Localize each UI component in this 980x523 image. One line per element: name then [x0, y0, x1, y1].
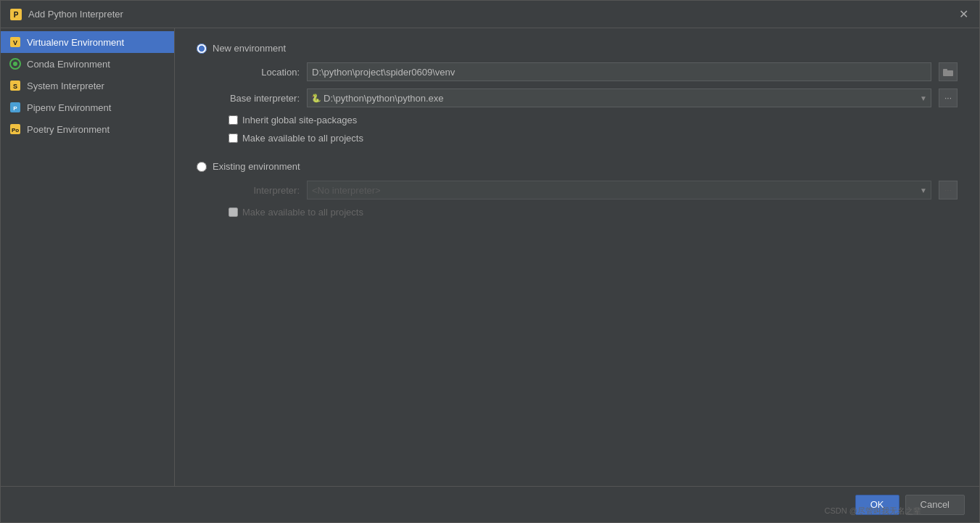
location-label: Location: [213, 67, 300, 78]
ellipsis-icon: ··· [944, 93, 952, 103]
interpreter-row: Interpreter: <No interpreter> ▼ ··· [213, 181, 958, 199]
sidebar-label-system: System Interpreter [27, 81, 104, 91]
poetry-icon: Po [9, 123, 21, 135]
new-env-header: New environment [197, 43, 958, 54]
make-available-new-label: Make available to all projects [242, 133, 363, 144]
add-python-interpreter-dialog: P Add Python Interpreter ✕ V Virtualenv … [0, 0, 980, 523]
base-interpreter-row: Base interpreter: 🐍 D:\python\python\pyt… [213, 88, 958, 107]
sidebar-label-virtualenv: Virtualenv Environment [27, 37, 124, 48]
make-available-existing-checkbox[interactable] [228, 207, 238, 217]
sidebar-item-pipenv[interactable]: P Pipenv Environment [1, 96, 174, 118]
sidebar-item-poetry[interactable]: Po Poetry Environment [1, 118, 174, 140]
make-available-existing-label: Make available to all projects [242, 207, 363, 218]
inherit-label: Inherit global site-packages [242, 115, 357, 125]
svg-text:Po: Po [12, 127, 19, 133]
new-env-form: Location: Base interpreter: [213, 62, 958, 144]
virtualenv-icon: V [9, 36, 21, 48]
existing-env-header: Existing environment [197, 161, 958, 172]
base-interpreter-label: Base interpreter: [213, 93, 300, 104]
titlebar: P Add Python Interpreter ✕ [1, 1, 979, 28]
sidebar-item-conda[interactable]: Conda Environment [1, 53, 174, 75]
watermark: CSDN @尽管叫我无名之辈 [825, 506, 921, 516]
close-button[interactable]: ✕ [956, 7, 971, 22]
interpreter-select[interactable]: <No interpreter> [307, 181, 931, 199]
dialog-title: Add Python Interpreter [28, 9, 956, 20]
existing-env-label: Existing environment [213, 161, 300, 172]
sidebar-item-virtualenv[interactable]: V Virtualenv Environment [1, 31, 174, 53]
pipenv-icon: P [9, 102, 21, 113]
dialog-footer: OK Cancel [1, 486, 979, 522]
location-browse-button[interactable] [939, 62, 958, 81]
location-row: Location: [213, 62, 958, 81]
sidebar: V Virtualenv Environment Conda Environme… [1, 28, 175, 486]
svg-text:P: P [14, 11, 19, 19]
system-icon: S [9, 80, 21, 91]
section-divider [197, 149, 958, 161]
svg-text:S: S [13, 83, 17, 90]
make-available-new-checkbox[interactable] [228, 133, 238, 143]
location-input[interactable] [307, 62, 931, 81]
base-interpreter-select-wrapper: 🐍 D:\python\python\python.exe ▼ [307, 88, 931, 107]
svg-text:V: V [13, 39, 17, 46]
inherit-checkbox-row: Inherit global site-packages [228, 115, 958, 125]
base-interpreter-select[interactable]: D:\python\python\python.exe [307, 88, 931, 107]
interpreter-label: Interpreter: [213, 185, 300, 196]
ellipsis-icon-2: ··· [944, 185, 952, 195]
svg-rect-12 [943, 70, 953, 76]
svg-text:P: P [13, 105, 17, 112]
sidebar-label-poetry: Poetry Environment [27, 124, 110, 135]
sidebar-label-pipenv: Pipenv Environment [27, 102, 111, 113]
existing-environment-section: Existing environment Interpreter: <No in… [197, 161, 958, 218]
svg-point-5 [13, 62, 17, 66]
new-environment-section: New environment Location: [197, 43, 958, 144]
main-content: New environment Location: [175, 28, 979, 486]
sidebar-item-system[interactable]: S System Interpreter [1, 75, 174, 96]
new-environment-radio[interactable] [197, 44, 207, 54]
inherit-checkbox[interactable] [228, 115, 238, 125]
conda-icon [9, 58, 21, 70]
new-env-label: New environment [213, 43, 286, 54]
existing-environment-radio[interactable] [197, 162, 207, 172]
dialog-body: V Virtualenv Environment Conda Environme… [1, 28, 979, 486]
existing-env-form: Interpreter: <No interpreter> ▼ ··· [213, 181, 958, 218]
base-interpreter-browse-button[interactable]: ··· [939, 88, 958, 107]
app-icon: P [9, 8, 22, 21]
svg-rect-13 [943, 69, 947, 71]
make-available-new-row: Make available to all projects [228, 133, 958, 144]
interpreter-browse-button[interactable]: ··· [939, 181, 958, 199]
sidebar-label-conda: Conda Environment [27, 59, 110, 70]
interpreter-select-wrapper: <No interpreter> ▼ [307, 181, 931, 199]
make-available-existing-row: Make available to all projects [228, 207, 958, 218]
